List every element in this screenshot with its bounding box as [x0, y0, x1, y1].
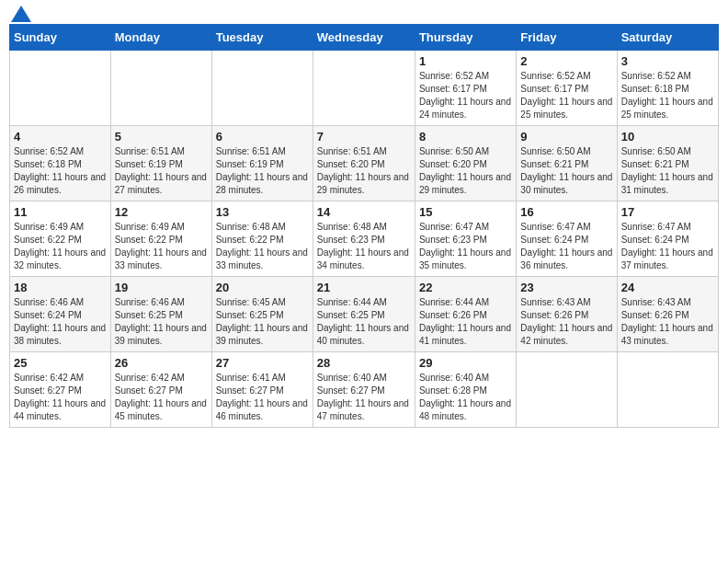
calendar-cell: 3Sunrise: 6:52 AM Sunset: 6:18 PM Daylig…: [617, 51, 718, 126]
day-info: Sunrise: 6:46 AM Sunset: 6:25 PM Dayligh…: [115, 296, 208, 348]
calendar-cell: [10, 51, 111, 126]
calendar-cell: 22Sunrise: 6:44 AM Sunset: 6:26 PM Dayli…: [415, 277, 516, 352]
day-number: 5: [115, 130, 208, 144]
day-info: Sunrise: 6:52 AM Sunset: 6:17 PM Dayligh…: [520, 70, 612, 121]
day-info: Sunrise: 6:51 AM Sunset: 6:20 PM Dayligh…: [317, 145, 411, 197]
calendar-cell: 25Sunrise: 6:42 AM Sunset: 6:27 PM Dayli…: [10, 352, 111, 428]
day-number: 4: [14, 130, 107, 144]
calendar-cell: [110, 51, 211, 126]
day-info: Sunrise: 6:42 AM Sunset: 6:27 PM Dayligh…: [115, 372, 208, 423]
calendar-cell: 11Sunrise: 6:49 AM Sunset: 6:22 PM Dayli…: [10, 201, 111, 277]
day-number: 17: [621, 205, 714, 219]
day-info: Sunrise: 6:40 AM Sunset: 6:28 PM Dayligh…: [419, 372, 512, 423]
svg-marker-0: [11, 6, 31, 22]
logo: [9, 13, 31, 18]
calendar-cell: 4Sunrise: 6:52 AM Sunset: 6:18 PM Daylig…: [10, 126, 111, 201]
weekday-header: Wednesday: [313, 25, 415, 51]
calendar-cell: 14Sunrise: 6:48 AM Sunset: 6:23 PM Dayli…: [313, 201, 415, 277]
day-info: Sunrise: 6:44 AM Sunset: 6:26 PM Dayligh…: [419, 296, 512, 348]
day-info: Sunrise: 6:42 AM Sunset: 6:27 PM Dayligh…: [14, 372, 107, 423]
day-info: Sunrise: 6:47 AM Sunset: 6:24 PM Dayligh…: [621, 221, 714, 272]
day-info: Sunrise: 6:49 AM Sunset: 6:22 PM Dayligh…: [115, 221, 208, 272]
day-number: 21: [317, 281, 411, 294]
day-info: Sunrise: 6:47 AM Sunset: 6:23 PM Dayligh…: [419, 221, 512, 272]
day-info: Sunrise: 6:50 AM Sunset: 6:21 PM Dayligh…: [520, 145, 612, 197]
day-info: Sunrise: 6:50 AM Sunset: 6:20 PM Dayligh…: [419, 145, 512, 197]
day-number: 9: [520, 130, 612, 144]
calendar-cell: [313, 51, 415, 126]
calendar-cell: [617, 352, 718, 428]
day-number: 22: [419, 281, 512, 294]
day-number: 11: [14, 205, 107, 219]
calendar-cell: 15Sunrise: 6:47 AM Sunset: 6:23 PM Dayli…: [415, 201, 516, 277]
day-info: Sunrise: 6:46 AM Sunset: 6:24 PM Dayligh…: [14, 296, 107, 348]
day-number: 6: [216, 130, 309, 144]
calendar-cell: 6Sunrise: 6:51 AM Sunset: 6:19 PM Daylig…: [211, 126, 313, 201]
day-number: 2: [520, 54, 612, 68]
calendar-cell: [211, 51, 313, 126]
day-info: Sunrise: 6:43 AM Sunset: 6:26 PM Dayligh…: [520, 296, 612, 348]
calendar-cell: 27Sunrise: 6:41 AM Sunset: 6:27 PM Dayli…: [211, 352, 313, 428]
day-number: 16: [520, 205, 612, 219]
day-info: Sunrise: 6:52 AM Sunset: 6:18 PM Dayligh…: [14, 145, 107, 197]
weekday-header: Saturday: [617, 25, 718, 51]
day-number: 27: [216, 356, 309, 370]
day-number: 8: [419, 130, 512, 144]
calendar-cell: 2Sunrise: 6:52 AM Sunset: 6:17 PM Daylig…: [517, 51, 617, 126]
day-info: Sunrise: 6:49 AM Sunset: 6:22 PM Dayligh…: [14, 221, 107, 272]
calendar-cell: 26Sunrise: 6:42 AM Sunset: 6:27 PM Dayli…: [110, 352, 211, 428]
weekday-header: Tuesday: [211, 25, 313, 51]
day-number: 19: [115, 281, 208, 294]
day-number: 7: [317, 130, 411, 144]
weekday-header: Monday: [110, 25, 211, 51]
calendar-cell: 5Sunrise: 6:51 AM Sunset: 6:19 PM Daylig…: [110, 126, 211, 201]
calendar-week-row: 18Sunrise: 6:46 AM Sunset: 6:24 PM Dayli…: [10, 277, 719, 352]
calendar-cell: 18Sunrise: 6:46 AM Sunset: 6:24 PM Dayli…: [10, 277, 111, 352]
day-info: Sunrise: 6:48 AM Sunset: 6:23 PM Dayligh…: [317, 221, 411, 272]
day-info: Sunrise: 6:45 AM Sunset: 6:25 PM Dayligh…: [216, 296, 309, 348]
page-header: [9, 9, 719, 18]
day-info: Sunrise: 6:41 AM Sunset: 6:27 PM Dayligh…: [216, 372, 309, 423]
calendar-cell: 20Sunrise: 6:45 AM Sunset: 6:25 PM Dayli…: [211, 277, 313, 352]
day-info: Sunrise: 6:52 AM Sunset: 6:17 PM Dayligh…: [419, 70, 512, 121]
day-info: Sunrise: 6:48 AM Sunset: 6:22 PM Dayligh…: [216, 221, 309, 272]
day-number: 26: [115, 356, 208, 370]
day-info: Sunrise: 6:50 AM Sunset: 6:21 PM Dayligh…: [621, 145, 714, 197]
calendar-cell: 28Sunrise: 6:40 AM Sunset: 6:27 PM Dayli…: [313, 352, 415, 428]
calendar-cell: 10Sunrise: 6:50 AM Sunset: 6:21 PM Dayli…: [617, 126, 718, 201]
day-number: 29: [419, 356, 512, 370]
calendar-cell: 23Sunrise: 6:43 AM Sunset: 6:26 PM Dayli…: [517, 277, 617, 352]
calendar-cell: 29Sunrise: 6:40 AM Sunset: 6:28 PM Dayli…: [415, 352, 516, 428]
calendar-cell: 16Sunrise: 6:47 AM Sunset: 6:24 PM Dayli…: [517, 201, 617, 277]
calendar-cell: 1Sunrise: 6:52 AM Sunset: 6:17 PM Daylig…: [415, 51, 516, 126]
logo-icon: [11, 6, 31, 22]
calendar-cell: 8Sunrise: 6:50 AM Sunset: 6:20 PM Daylig…: [415, 126, 516, 201]
calendar-week-row: 1Sunrise: 6:52 AM Sunset: 6:17 PM Daylig…: [10, 51, 719, 126]
day-number: 23: [520, 281, 612, 294]
day-number: 12: [115, 205, 208, 219]
day-number: 15: [419, 205, 512, 219]
calendar-cell: 12Sunrise: 6:49 AM Sunset: 6:22 PM Dayli…: [110, 201, 211, 277]
day-info: Sunrise: 6:43 AM Sunset: 6:26 PM Dayligh…: [621, 296, 714, 348]
weekday-header: Sunday: [10, 25, 111, 51]
calendar-week-row: 11Sunrise: 6:49 AM Sunset: 6:22 PM Dayli…: [10, 201, 719, 277]
day-info: Sunrise: 6:40 AM Sunset: 6:27 PM Dayligh…: [317, 372, 411, 423]
calendar-cell: [517, 352, 617, 428]
day-number: 18: [14, 281, 107, 294]
day-number: 24: [621, 281, 714, 294]
calendar-cell: 7Sunrise: 6:51 AM Sunset: 6:20 PM Daylig…: [313, 126, 415, 201]
day-number: 20: [216, 281, 309, 294]
calendar-cell: 17Sunrise: 6:47 AM Sunset: 6:24 PM Dayli…: [617, 201, 718, 277]
day-number: 28: [317, 356, 411, 370]
calendar-cell: 24Sunrise: 6:43 AM Sunset: 6:26 PM Dayli…: [617, 277, 718, 352]
day-number: 25: [14, 356, 107, 370]
day-number: 1: [419, 54, 512, 68]
calendar-table: SundayMondayTuesdayWednesdayThursdayFrid…: [9, 24, 719, 428]
day-number: 13: [216, 205, 309, 219]
day-info: Sunrise: 6:44 AM Sunset: 6:25 PM Dayligh…: [317, 296, 411, 348]
calendar-cell: 13Sunrise: 6:48 AM Sunset: 6:22 PM Dayli…: [211, 201, 313, 277]
calendar-week-row: 4Sunrise: 6:52 AM Sunset: 6:18 PM Daylig…: [10, 126, 719, 201]
day-number: 3: [621, 54, 714, 68]
day-info: Sunrise: 6:51 AM Sunset: 6:19 PM Dayligh…: [216, 145, 309, 197]
day-number: 10: [621, 130, 714, 144]
